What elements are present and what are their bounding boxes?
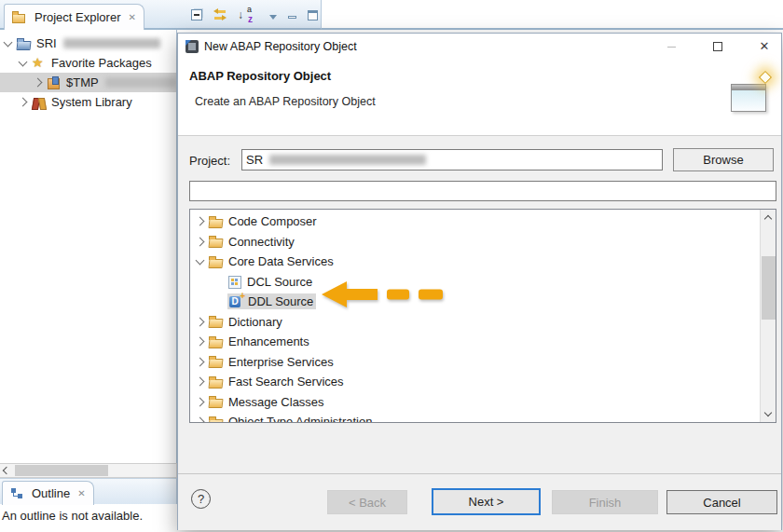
ddl-source-icon: D+ — [228, 295, 243, 308]
vertical-scrollbar[interactable] — [760, 210, 776, 422]
folder-icon — [209, 416, 224, 423]
next-button[interactable]: Next > — [432, 488, 541, 515]
chevron-right-icon[interactable] — [196, 357, 205, 366]
maximize-button[interactable] — [710, 39, 725, 54]
tab-label: Project Explorer — [34, 10, 120, 24]
tree-item-fast-search-services[interactable]: Fast Search Services — [190, 372, 759, 392]
star-icon — [32, 57, 47, 70]
wizard-buttonbar: ? < Back Next > Finish Cancel — [178, 473, 781, 530]
project-explorer-icon — [12, 11, 26, 23]
tab-label: Outline — [32, 486, 70, 500]
view-menu-icon[interactable] — [269, 15, 277, 20]
help-button[interactable]: ? — [191, 489, 211, 509]
tree-item-message-classes[interactable]: Message Classes — [190, 392, 759, 413]
scroll-left-icon[interactable] — [3, 467, 10, 474]
scrollbar-thumb[interactable] — [762, 256, 776, 320]
tree-item-system-library[interactable]: System Library — [0, 92, 176, 112]
chevron-down-icon[interactable] — [4, 37, 13, 47]
chevron-down-icon[interactable] — [19, 57, 28, 66]
cancel-button[interactable]: Cancel — [666, 490, 777, 514]
project-label: Project: — [189, 154, 230, 168]
wizard-body: Project: SR Browse Code ComposerConnecti… — [178, 136, 781, 473]
tree-item-object-type-administration[interactable]: Object Type Administration — [190, 412, 759, 423]
folder-icon — [209, 335, 224, 348]
selected-item-highlight: D+DDL Source — [227, 293, 316, 309]
tree-item-dcl-source[interactable]: DCL Source — [190, 272, 759, 293]
tree-item-enhancements[interactable]: Enhancements — [190, 332, 759, 352]
tree-item-dictionary[interactable]: Dictionary — [190, 312, 759, 333]
minimize-view-icon[interactable] — [288, 16, 296, 19]
project-explorer-toolbar: ↓ a z — [191, 7, 318, 22]
chevron-right-icon[interactable] — [196, 217, 205, 226]
package-icon — [47, 76, 62, 89]
tree-item-ddl-source[interactable]: D+DDL Source — [190, 292, 759, 312]
folder-icon — [209, 375, 224, 389]
wizard-subtitle: Create an ABAP Repository Object — [195, 95, 376, 108]
editor-area-topline — [322, 28, 783, 30]
back-button[interactable]: < Back — [327, 490, 407, 514]
redacted-text — [269, 155, 426, 165]
wizard-header: ABAP Repository Object Create an ABAP Re… — [178, 60, 781, 136]
folder-icon — [209, 315, 224, 328]
dialog-title: New ABAP Repository Object — [204, 40, 357, 53]
scrollbar-thumb[interactable] — [15, 465, 108, 476]
annotation-arrow — [322, 280, 445, 309]
wizard-title: ABAP Repository Object — [189, 69, 331, 83]
library-icon — [32, 96, 47, 109]
scroll-down-icon[interactable] — [764, 409, 772, 416]
folder-icon — [209, 215, 224, 228]
redacted-text — [63, 38, 160, 48]
chevron-right-icon[interactable] — [196, 397, 205, 406]
tree-item-code-composer[interactable]: Code Composer — [190, 211, 759, 232]
scroll-up-icon[interactable] — [764, 215, 772, 223]
folder-icon — [209, 255, 224, 268]
tree-item-connectivity[interactable]: Connectivity — [190, 232, 759, 252]
close-tab-icon[interactable]: ✕ — [77, 488, 85, 498]
tree-item-enterprise-services[interactable]: Enterprise Services — [190, 352, 759, 373]
tree-item-favorite-packages[interactable]: Favorite Packages — [0, 53, 176, 73]
finish-button[interactable]: Finish — [552, 490, 658, 514]
link-with-editor-icon[interactable] — [213, 8, 227, 21]
abap-object-icon — [185, 40, 199, 53]
chevron-right-icon[interactable] — [196, 237, 205, 246]
chevron-right-icon[interactable] — [196, 317, 205, 326]
dialog-titlebar[interactable]: New ABAP Repository Object ✕ — [178, 34, 781, 60]
tree-item-sri[interactable]: SRI — [0, 34, 176, 53]
browse-button[interactable]: Browse — [673, 148, 774, 171]
tree-item-tmp[interactable]: $TMP — [0, 73, 176, 92]
close-button[interactable]: ✕ — [757, 39, 772, 54]
chevron-right-icon[interactable] — [196, 337, 205, 347]
redacted-text — [105, 77, 176, 88]
wizard-banner-icon — [731, 73, 772, 116]
project-icon — [17, 37, 32, 50]
outline-tabstrip: Outline ✕ — [0, 478, 177, 504]
maximize-view-icon[interactable] — [308, 10, 318, 20]
sort-icon[interactable]: ↓ a z — [238, 7, 253, 22]
chevron-right-icon[interactable] — [34, 78, 43, 88]
horizontal-scrollbar[interactable] — [0, 463, 177, 478]
screen: Project Explorer ✕ ↓ a z SRIFavorite Pac… — [0, 0, 783, 532]
collapse-all-icon[interactable] — [191, 9, 202, 20]
outline-message: An outline is not available. — [2, 509, 143, 523]
close-tab-icon[interactable]: ✕ — [128, 12, 135, 22]
tab-project-explorer[interactable]: Project Explorer ✕ — [4, 4, 144, 30]
project-input[interactable]: SR — [241, 149, 663, 171]
new-abap-repository-object-dialog: New ABAP Repository Object ✕ ABAP Reposi… — [177, 33, 782, 530]
object-type-tree: Code ComposerConnectivityCore Data Servi… — [189, 209, 776, 423]
dcl-icon — [227, 275, 242, 288]
folder-icon — [209, 355, 224, 368]
chevron-right-icon[interactable] — [19, 98, 28, 107]
chevron-right-icon[interactable] — [196, 377, 205, 387]
folder-icon — [209, 395, 224, 408]
folder-icon — [209, 235, 224, 248]
outline-icon — [10, 487, 23, 499]
tree-item-core-data-services[interactable]: Core Data Services — [190, 252, 759, 272]
project-explorer-view: SRIFavorite Packages$TMPSystem Library — [0, 30, 177, 463]
type-filter-input[interactable] — [189, 181, 776, 201]
tab-outline[interactable]: Outline ✕ — [2, 481, 94, 505]
chevron-right-icon[interactable] — [196, 417, 205, 423]
minimize-button[interactable] — [664, 39, 679, 54]
chevron-down-icon[interactable] — [196, 255, 205, 265]
